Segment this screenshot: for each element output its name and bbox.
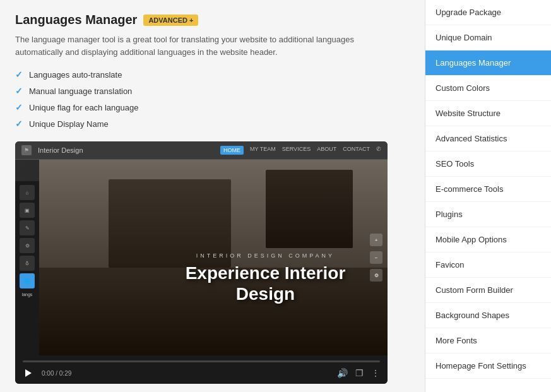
- controls-right: 🔊 ❐ ⋮: [337, 368, 380, 378]
- video-subtitle: INTERIOR DESIGN COMPANY: [186, 252, 346, 259]
- sidebar-item-upgrade-package[interactable]: Upgrade Package: [425, 0, 551, 25]
- checkmark-icon: ✓: [15, 102, 23, 112]
- nav-services: SERVICES: [282, 146, 311, 155]
- sidebar-pages-icon: ▣: [20, 203, 35, 218]
- fullscreen-icon[interactable]: ❐: [355, 368, 364, 378]
- video-controls: 0:00 / 0:29 🔊 ❐ ⋮: [15, 355, 388, 384]
- more-options-icon[interactable]: ⋮: [371, 368, 380, 378]
- feature-item: ✓Manual language translation: [15, 86, 410, 96]
- sidebar-item-ecommerce-tools[interactable]: E-commerce Tools: [425, 177, 551, 202]
- sidebar-item-custom-colors[interactable]: Custom Colors: [425, 76, 551, 101]
- feature-item: ✓Unique flag for each language: [15, 102, 410, 112]
- sidebar-item-plugins[interactable]: Plugins: [425, 202, 551, 227]
- browser-bar: ⚑ Interior Design HOME MY TEAM SERVICES …: [15, 141, 388, 160]
- feature-item: ✓Languages auto-translate: [15, 69, 410, 80]
- sidebar-item-mobile-app-options[interactable]: Mobile App Options: [425, 227, 551, 252]
- nav-home: HOME: [220, 146, 244, 155]
- browser-icon: ⚑: [21, 145, 32, 155]
- sidebar-home-icon: ⌂: [20, 185, 35, 200]
- sidebar-item-unique-domain[interactable]: Unique Domain: [425, 25, 551, 50]
- sidebar-item-languages-manager[interactable]: Languages Manager: [425, 50, 551, 76]
- video-preview: ⚑ Interior Design HOME MY TEAM SERVICES …: [15, 141, 388, 384]
- video-main-title: Experience Interior Design: [186, 263, 346, 305]
- sidebar-item-seo-tools[interactable]: SEO Tools: [425, 151, 551, 177]
- sidebar-item-favicon[interactable]: Favicon: [425, 252, 551, 278]
- sidebar-lang-icon[interactable]: 🌐: [20, 273, 35, 288]
- progress-bar[interactable]: [23, 360, 380, 362]
- time-display: 0:00 / 0:29: [42, 370, 71, 377]
- controls-row: 0:00 / 0:29 🔊 ❐ ⋮: [23, 367, 380, 379]
- sidebar-extras-icon: ⚙: [20, 238, 35, 253]
- play-button[interactable]: [23, 367, 34, 379]
- video-right-controls: + − ⚙: [370, 234, 382, 282]
- checkmark-icon: ✓: [15, 69, 23, 80]
- browser-title: Interior Design: [38, 146, 214, 154]
- page-header: Languages Manager ADVANCED +: [15, 13, 410, 27]
- zoom-out-icon[interactable]: −: [370, 251, 382, 264]
- nav-phone: ✆: [376, 146, 381, 155]
- video-sidebar: ⌂ ▣ ✎ ⚙ ♁ 🌐 langs: [15, 181, 39, 355]
- video-body: ⌂ ▣ ✎ ⚙ ♁ 🌐 langs: [15, 160, 388, 355]
- sidebar-lang-label: langs: [22, 292, 33, 297]
- nav-contact: CONTACT: [343, 146, 370, 155]
- settings-icon[interactable]: ⚙: [370, 269, 382, 282]
- controls-left: 0:00 / 0:29: [23, 367, 71, 379]
- sidebar-item-more-fonts[interactable]: More Fonts: [425, 328, 551, 353]
- video-text-overlay: INTERIOR DESIGN COMPANY Experience Inter…: [186, 252, 346, 305]
- sidebar-domain-icon: ♁: [20, 256, 35, 271]
- feature-text: Unique flag for each language: [29, 103, 138, 112]
- sidebar-item-advanced-statistics[interactable]: Advanced Statistics: [425, 126, 551, 151]
- feature-item: ✓Unique Display Name: [15, 119, 410, 129]
- feature-text: Languages auto-translate: [29, 70, 122, 80]
- sidebar-item-website-structure[interactable]: Website Structure: [425, 101, 551, 126]
- sidebar-item-custom-form-builder[interactable]: Custom Form Builder: [425, 278, 551, 303]
- sidebar-design-icon: ✎: [20, 220, 35, 235]
- volume-icon[interactable]: 🔊: [337, 368, 348, 378]
- advanced-badge: ADVANCED +: [143, 15, 198, 26]
- checkmark-icon: ✓: [15, 119, 23, 129]
- feature-text: Unique Display Name: [29, 119, 109, 129]
- feature-text: Manual language translation: [29, 86, 132, 96]
- sidebar: Upgrade PackageUnique DomainLanguages Ma…: [425, 0, 551, 392]
- nav-about: ABOUT: [317, 146, 336, 155]
- nav-myteam: MY TEAM: [250, 146, 276, 155]
- checkmark-icon: ✓: [15, 86, 23, 96]
- browser-nav-links: HOME MY TEAM SERVICES ABOUT CONTACT ✆: [220, 146, 381, 155]
- zoom-in-icon[interactable]: +: [370, 234, 382, 246]
- video-frame: INTERIOR DESIGN COMPANY Experience Inter…: [15, 160, 388, 355]
- page-title: Languages Manager: [15, 13, 137, 27]
- sidebar-item-background-shapes[interactable]: Background Shapes: [425, 303, 551, 328]
- sidebar-item-homepage-font-settings[interactable]: Homepage Font Settings: [425, 353, 551, 379]
- description-text: The language manager tool is a great too…: [15, 33, 381, 58]
- main-content: Languages Manager ADVANCED + The languag…: [0, 0, 425, 392]
- feature-list: ✓Languages auto-translate✓Manual languag…: [15, 69, 410, 129]
- play-icon: [25, 369, 32, 377]
